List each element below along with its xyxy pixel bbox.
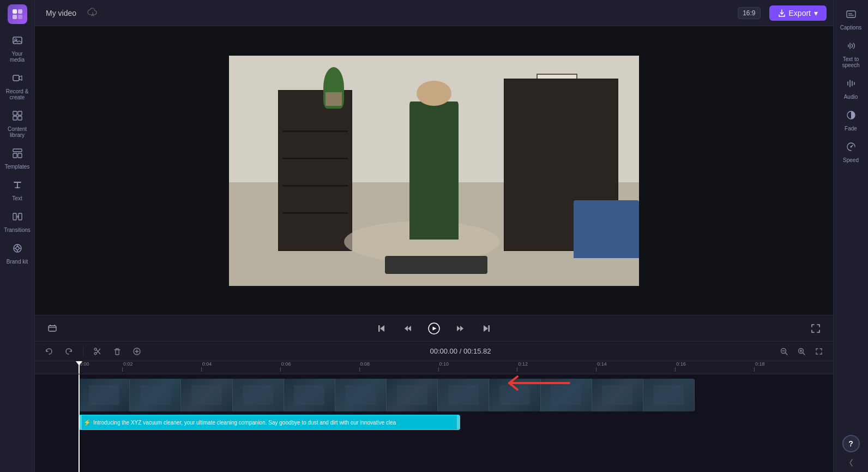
screenshot-button[interactable] [44,320,61,337]
right-sidebar-item-speed[interactable]: Speed [836,137,866,168]
speed-icon [846,141,857,155]
fit-to-window-button[interactable] [811,344,827,359]
right-sidebar-item-captions[interactable]: Captions [836,4,866,35]
sidebar-item-record[interactable]: Record & create [2,68,33,105]
zoom-in-button[interactable] [794,344,809,359]
cut-button[interactable] [90,344,105,359]
top-bar: My video 16:9 Export ▾ [35,0,833,26]
skip-back-button[interactable] [373,320,390,337]
clip-thumb-4 [233,379,284,411]
right-sidebar-item-text-to-speech[interactable]: Text to speech [836,36,866,73]
svg-point-17 [16,247,19,250]
svg-rect-3 [18,15,22,19]
video-track[interactable] [79,379,833,411]
svg-rect-14 [13,213,16,220]
ruler-tick-6: 0:12 [517,361,596,372]
fullscreen-button[interactable] [807,320,824,337]
timeline-content: ⚡ Introducing the XYZ vacuum cleaner, yo… [35,374,833,472]
caption-clip-text: Introducing the XYZ vacuum cleaner, your… [93,420,396,426]
clip-thumb-2 [130,379,181,411]
clip-thumb-1 [79,379,130,411]
caption-icon: ⚡ [83,419,91,426]
project-name[interactable]: My video [41,7,81,20]
svg-rect-9 [13,116,17,120]
sidebar-item-content-library[interactable]: Content library [2,106,33,142]
person [409,101,459,240]
timeline-tracks: ⚡ Introducing the XYZ vacuum cleaner, yo… [35,374,833,472]
timeline-ruler[interactable]: 0:00 0:02 0:04 0:06 [35,361,833,374]
redo-button[interactable] [61,344,76,359]
ruler-tick-1: 0:02 [122,361,201,372]
right-sidebar-label-fade: Fade [845,126,857,132]
sidebar-item-label-record: Record & create [4,88,31,100]
cloud-save-icon [87,8,98,19]
content-library-icon [12,110,23,124]
video-frame: 🌿 [229,56,639,286]
collapse-right-panel-button[interactable] [845,457,858,470]
sidebar-item-label-your-media: Your media [4,51,31,63]
rewind-button[interactable] [399,320,417,337]
timeline-time-display: 00:00.00 / 00:15.82 [149,347,772,355]
person-head [417,81,451,106]
svg-rect-4 [13,37,22,44]
ruler-playhead [79,361,80,374]
plant-pot [326,92,342,106]
captions-icon [846,9,857,22]
svg-rect-2 [13,15,17,19]
svg-rect-34 [847,11,855,17]
caption-clip-handle-right[interactable] [457,415,460,429]
ruler-tick-8: 0:16 [675,361,754,372]
sidebar-item-templates[interactable]: Templates [2,144,33,174]
record-icon [12,73,23,86]
sidebar-item-text[interactable]: Text [2,175,33,206]
zoom-out-button[interactable] [776,344,792,359]
skip-forward-button[interactable] [478,320,495,337]
playhead [79,374,80,472]
sidebar-item-transitions[interactable]: Transitions [2,207,33,237]
vacuum-cleaner [385,256,487,274]
svg-rect-15 [19,213,22,220]
help-button[interactable]: ? [842,435,860,452]
add-media-button[interactable] [129,344,144,359]
fast-forward-button[interactable] [451,320,469,337]
sidebar-item-your-media[interactable]: Your media [2,31,33,67]
svg-rect-8 [18,111,22,115]
clip-thumb-9 [489,379,540,411]
timeline-toolbar: 00:00.00 / 00:15.82 [35,342,833,361]
right-sidebar-label-speed: Speed [843,157,859,163]
caption-track: ⚡ Introducing the XYZ vacuum cleaner, yo… [79,415,833,430]
left-sidebar: Your media Record & create Content libra… [0,0,35,472]
ruler-tick-5: 0:10 [438,361,517,372]
svg-rect-11 [13,149,22,152]
sidebar-item-label-content-library: Content library [4,126,31,138]
sidebar-item-label-templates: Templates [5,164,30,170]
undo-button[interactable] [41,344,57,359]
ruler-tick-2: 0:04 [201,361,280,372]
play-button[interactable] [425,320,443,337]
main-area: My video 16:9 Export ▾ [35,0,833,472]
clip-thumb-6 [335,379,387,411]
export-button[interactable]: Export ▾ [769,5,827,21]
delete-button[interactable] [110,344,125,359]
right-sidebar-item-fade[interactable]: Fade [836,105,866,136]
video-track-clips[interactable] [79,379,695,411]
svg-rect-7 [13,111,17,115]
clip-thumb-8 [438,379,489,411]
app-logo[interactable] [8,4,27,24]
sidebar-item-label-brand-kit: Brand kit [7,259,28,265]
right-sidebar-label-audio: Audio [844,94,858,100]
aspect-ratio-badge[interactable]: 16:9 [738,7,760,19]
svg-rect-28 [489,325,490,332]
sofa [574,200,639,258]
right-sidebar-item-audio[interactable]: Audio [836,74,866,104]
sidebar-item-label-text: Text [12,195,22,201]
toolbar-separator [83,346,83,357]
ruler-tick-3: 0:06 [280,361,359,372]
caption-clip[interactable]: ⚡ Introducing the XYZ vacuum cleaner, yo… [79,415,460,430]
sidebar-item-brand-kit[interactable]: Brand kit [2,238,33,269]
ruler-tick-9: 0:18 [754,361,833,372]
transitions-icon [12,211,23,225]
zoom-controls [776,344,827,359]
svg-rect-22 [49,326,56,331]
ruler-tick-7: 0:14 [596,361,675,372]
